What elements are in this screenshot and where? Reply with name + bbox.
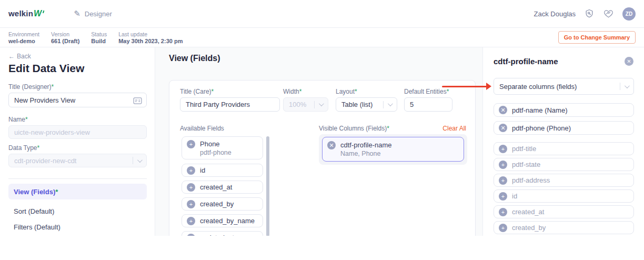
- visible-columns-heading: Visible Columns (Fields)*: [319, 125, 389, 132]
- nav-label: Sort (Default): [14, 207, 54, 215]
- selected-field-pdtf-phone[interactable]: ✕ pdtf-phone (Phone): [494, 121, 634, 135]
- required-mark: *: [387, 125, 389, 132]
- field-subtitle: pdtf-phone: [200, 149, 232, 156]
- sidebar-item-filters-default[interactable]: Filters (Default): [8, 219, 147, 235]
- main-area: ← Back Edit Data View Title (Designer)* …: [0, 47, 644, 236]
- available-fields-heading: Available Fields: [180, 125, 224, 132]
- info-label: Environment: [8, 31, 39, 37]
- edit-data-view-panel: ← Back Edit Data View Title (Designer)* …: [0, 47, 155, 236]
- heart-handshake-icon[interactable]: [603, 8, 614, 19]
- available-field-id[interactable]: + id: [182, 164, 263, 177]
- addable-field-created-by[interactable]: + created_by: [494, 221, 634, 234]
- chevron-down-icon: [388, 101, 393, 106]
- layout-select[interactable]: Table (list): [336, 97, 397, 112]
- title-care-input[interactable]: [180, 97, 280, 112]
- field-title: created_by_name: [200, 217, 255, 225]
- logo-w-mark: W: [34, 9, 43, 18]
- info-label: Last update: [118, 31, 183, 37]
- environment-info-bar: Environment wel-demo Version 661 (Draft)…: [0, 28, 644, 47]
- available-field-phone[interactable]: + Phone pdtf-phone: [182, 136, 263, 159]
- default-entities-label: Default Entities*: [404, 88, 449, 95]
- column-title: cdtf-profile-name: [340, 141, 392, 149]
- field-title: pdtf-title: [512, 145, 536, 153]
- data-type-label: Data Type*: [8, 144, 39, 152]
- title-designer-label: Title (Designer)*: [8, 83, 54, 91]
- back-arrow-icon: ←: [8, 53, 15, 60]
- addable-field-pdtf-title[interactable]: + pdtf-title: [494, 142, 634, 155]
- available-field-created-by[interactable]: + created_by: [182, 197, 263, 211]
- addable-field-created-at[interactable]: + created_at: [494, 205, 634, 218]
- plus-circle-icon[interactable]: +: [187, 200, 195, 208]
- app-window: welkin W ✎ Designer Zack Douglas ZD: [0, 0, 644, 260]
- available-field-created-at[interactable]: + created_at: [182, 181, 263, 194]
- field-title: Phone: [200, 140, 232, 148]
- visible-columns-dropzone: ✕ cdtf-profile-name Name, Phone: [319, 134, 467, 165]
- nav-label: Filters (Default): [14, 223, 61, 231]
- scrollbar-track[interactable]: [266, 136, 269, 236]
- addable-field-pdtf-address[interactable]: + pdtf-address: [494, 174, 634, 187]
- selected-field-pdtf-name[interactable]: ✕ pdtf-name (Name): [494, 103, 634, 117]
- column-subtitle: Name, Phone: [340, 150, 392, 157]
- avatar[interactable]: ZD: [622, 7, 636, 21]
- label-text: Title (Care): [180, 88, 212, 95]
- name-label: Name*: [8, 116, 28, 123]
- field-title: id: [200, 166, 205, 174]
- default-entities-input[interactable]: [404, 97, 452, 112]
- back-link[interactable]: ← Back: [8, 53, 31, 60]
- select-divider: [314, 101, 315, 108]
- info-value: 661 (Draft): [51, 38, 79, 44]
- info-last-update: Last update May 30th 2023, 2:30 pm: [118, 31, 183, 44]
- required-mark: *: [37, 144, 39, 152]
- field-title: pdtf-phone (Phone): [512, 124, 571, 132]
- column-text: cdtf-profile-name Name, Phone: [340, 141, 392, 157]
- remove-circle-icon[interactable]: ✕: [499, 106, 507, 114]
- field-text: Phone pdtf-phone: [200, 140, 232, 156]
- select-value: 100%: [289, 101, 311, 108]
- plus-circle-icon[interactable]: +: [499, 176, 507, 185]
- plus-circle-icon[interactable]: +: [187, 217, 195, 225]
- plus-circle-icon[interactable]: +: [187, 166, 195, 175]
- chevron-down-icon: [137, 157, 143, 163]
- remove-circle-icon[interactable]: ✕: [327, 141, 336, 149]
- clear-all-link[interactable]: Clear All: [442, 125, 466, 132]
- nav-item-designer[interactable]: ✎ Designer: [74, 9, 112, 18]
- plus-circle-icon[interactable]: +: [187, 140, 195, 148]
- available-field-created-by-name[interactable]: + created_by_name: [182, 214, 263, 227]
- plus-circle-icon[interactable]: +: [187, 234, 195, 236]
- shield-key-icon[interactable]: [584, 8, 595, 19]
- addable-field-pdtf-state[interactable]: + pdtf-state: [494, 158, 634, 171]
- plus-circle-icon[interactable]: +: [499, 145, 507, 153]
- plus-circle-icon[interactable]: +: [499, 208, 507, 216]
- view-fields-card: Title (Care)* Width* 100% Layout* Table …: [169, 80, 476, 236]
- pencil-icon: ✎: [74, 9, 80, 18]
- width-label: Width*: [283, 88, 301, 95]
- sidebar-item-sort-default[interactable]: Sort (Default): [8, 203, 147, 219]
- field-title: pdtf-state: [512, 161, 540, 168]
- close-icon[interactable]: ✕: [625, 57, 633, 66]
- go-to-change-summary-button[interactable]: Go to Change Summary: [558, 31, 636, 44]
- select-divider: [620, 83, 620, 90]
- field-title: id: [512, 192, 517, 200]
- remove-circle-icon[interactable]: ✕: [499, 124, 507, 132]
- column-detail-title: cdtf-profile-name: [494, 57, 558, 66]
- view-fields-heading: View (Fields): [169, 54, 220, 63]
- visible-column-cdtf-profile-name[interactable]: ✕ cdtf-profile-name Name, Phone: [322, 137, 464, 162]
- contact-card-icon: [133, 97, 142, 106]
- annotation-arrow-head: [486, 83, 491, 90]
- available-field-updated-at[interactable]: + updated_at: [182, 231, 263, 236]
- chevron-down-icon: [625, 83, 630, 88]
- scrollbar-thumb[interactable]: [266, 136, 269, 236]
- title-designer-input[interactable]: [8, 93, 147, 107]
- plus-circle-icon[interactable]: +: [187, 183, 195, 192]
- welkin-logo[interactable]: welkin W: [8, 9, 43, 18]
- sidebar-item-view-fields[interactable]: View (Fields)*: [8, 184, 147, 199]
- addable-field-id[interactable]: + id: [494, 189, 634, 203]
- label-text: Visible Columns (Fields): [319, 125, 387, 132]
- name-input: [8, 125, 147, 139]
- plus-circle-icon[interactable]: +: [499, 224, 507, 232]
- display-mode-select[interactable]: Separate columns (fields): [494, 78, 634, 95]
- info-environment: Environment wel-demo: [8, 31, 39, 44]
- plus-circle-icon[interactable]: +: [499, 161, 507, 169]
- plus-circle-icon[interactable]: +: [499, 192, 507, 201]
- column-detail-panel: cdtf-profile-name ✕ Separate columns (fi…: [482, 47, 644, 236]
